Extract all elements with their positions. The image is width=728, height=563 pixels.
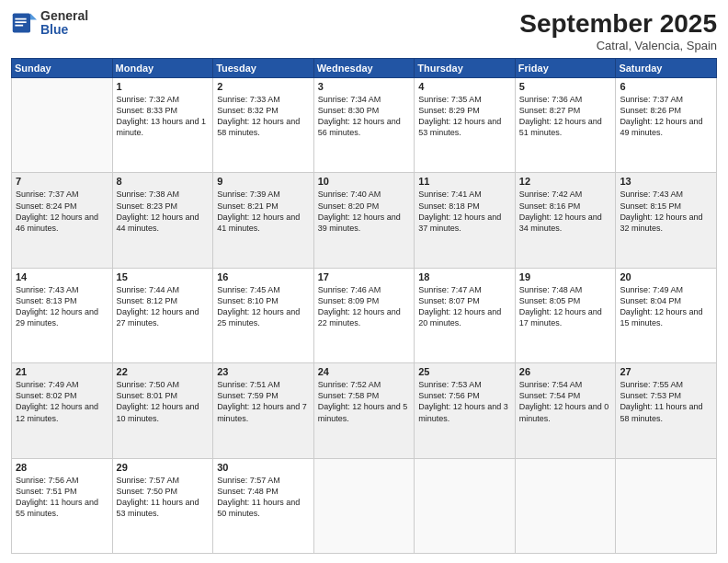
calendar-cell: 10Sunrise: 7:40 AMSunset: 8:20 PMDayligh… bbox=[313, 173, 415, 268]
calendar-cell: 20Sunrise: 7:49 AMSunset: 8:04 PMDayligh… bbox=[616, 268, 717, 362]
cell-info: Sunrise: 7:53 AMSunset: 7:56 PMDaylight:… bbox=[418, 379, 511, 424]
day-number: 12 bbox=[519, 176, 612, 187]
month-title: September 2025 bbox=[519, 9, 717, 39]
day-number: 29 bbox=[117, 462, 210, 473]
day-number: 25 bbox=[418, 366, 511, 377]
page: General Blue September 2025 Catral, Vale… bbox=[0, 0, 728, 563]
day-number: 21 bbox=[16, 366, 108, 377]
calendar-week-row: 21Sunrise: 7:49 AMSunset: 8:02 PMDayligh… bbox=[12, 363, 717, 458]
calendar-week-row: 1Sunrise: 7:32 AMSunset: 8:33 PMDaylight… bbox=[12, 78, 717, 173]
calendar-week-row: 28Sunrise: 7:56 AMSunset: 7:51 PMDayligh… bbox=[12, 458, 717, 553]
cell-info: Sunrise: 7:43 AMSunset: 8:15 PMDaylight:… bbox=[620, 189, 712, 234]
calendar-cell: 17Sunrise: 7:46 AMSunset: 8:09 PMDayligh… bbox=[313, 268, 415, 362]
logo-line1: General bbox=[40, 9, 88, 23]
day-number: 2 bbox=[217, 81, 310, 92]
day-number: 5 bbox=[519, 81, 612, 92]
calendar-cell: 6Sunrise: 7:37 AMSunset: 8:26 PMDaylight… bbox=[616, 78, 717, 173]
day-number: 15 bbox=[117, 271, 210, 282]
day-number: 3 bbox=[318, 81, 411, 92]
logo-icon bbox=[11, 10, 37, 36]
day-number: 22 bbox=[117, 366, 210, 377]
svg-rect-3 bbox=[15, 22, 26, 24]
calendar-cell: 2Sunrise: 7:33 AMSunset: 8:32 PMDaylight… bbox=[213, 78, 314, 173]
day-number: 18 bbox=[418, 271, 511, 282]
day-number: 6 bbox=[620, 81, 712, 92]
cell-info: Sunrise: 7:52 AMSunset: 7:58 PMDaylight:… bbox=[318, 379, 411, 424]
cell-info: Sunrise: 7:37 AMSunset: 8:24 PMDaylight:… bbox=[16, 189, 108, 234]
cell-info: Sunrise: 7:35 AMSunset: 8:29 PMDaylight:… bbox=[418, 94, 511, 139]
calendar-cell: 4Sunrise: 7:35 AMSunset: 8:29 PMDaylight… bbox=[415, 78, 516, 173]
calendar-cell: 7Sunrise: 7:37 AMSunset: 8:24 PMDaylight… bbox=[12, 173, 113, 268]
cell-info: Sunrise: 7:32 AMSunset: 8:33 PMDaylight:… bbox=[117, 94, 210, 139]
day-number: 17 bbox=[318, 271, 411, 282]
day-number: 19 bbox=[519, 271, 612, 282]
col-header-saturday: Saturday bbox=[616, 59, 717, 78]
header: General Blue September 2025 Catral, Vale… bbox=[11, 9, 717, 52]
col-header-tuesday: Tuesday bbox=[213, 59, 314, 78]
day-number: 4 bbox=[418, 81, 511, 92]
calendar-cell: 5Sunrise: 7:36 AMSunset: 8:27 PMDaylight… bbox=[515, 78, 616, 173]
calendar-cell: 1Sunrise: 7:32 AMSunset: 8:33 PMDaylight… bbox=[112, 78, 213, 173]
day-number: 20 bbox=[620, 271, 712, 282]
calendar-cell: 23Sunrise: 7:51 AMSunset: 7:59 PMDayligh… bbox=[213, 363, 314, 458]
calendar-cell bbox=[313, 458, 415, 553]
logo: General Blue bbox=[11, 9, 88, 38]
cell-info: Sunrise: 7:51 AMSunset: 7:59 PMDaylight:… bbox=[217, 379, 310, 424]
calendar-cell bbox=[616, 458, 717, 553]
calendar-cell bbox=[12, 78, 113, 173]
calendar-table: SundayMondayTuesdayWednesdayThursdayFrid… bbox=[11, 58, 717, 554]
col-header-sunday: Sunday bbox=[12, 59, 113, 78]
cell-info: Sunrise: 7:57 AMSunset: 7:50 PMDaylight:… bbox=[117, 475, 210, 520]
day-number: 24 bbox=[318, 366, 411, 377]
day-number: 11 bbox=[418, 176, 511, 187]
day-number: 14 bbox=[16, 271, 108, 282]
calendar-header-row: SundayMondayTuesdayWednesdayThursdayFrid… bbox=[12, 59, 717, 78]
cell-info: Sunrise: 7:46 AMSunset: 8:09 PMDaylight:… bbox=[318, 284, 411, 329]
calendar-week-row: 14Sunrise: 7:43 AMSunset: 8:13 PMDayligh… bbox=[12, 268, 717, 362]
cell-info: Sunrise: 7:48 AMSunset: 8:05 PMDaylight:… bbox=[519, 284, 612, 329]
cell-info: Sunrise: 7:43 AMSunset: 8:13 PMDaylight:… bbox=[16, 284, 108, 329]
day-number: 23 bbox=[217, 366, 310, 377]
logo-text: General Blue bbox=[40, 9, 88, 38]
day-number: 26 bbox=[519, 366, 612, 377]
svg-rect-2 bbox=[15, 18, 26, 20]
col-header-thursday: Thursday bbox=[415, 59, 516, 78]
calendar-cell: 8Sunrise: 7:38 AMSunset: 8:23 PMDaylight… bbox=[112, 173, 213, 268]
cell-info: Sunrise: 7:45 AMSunset: 8:10 PMDaylight:… bbox=[217, 284, 310, 329]
calendar-cell bbox=[415, 458, 516, 553]
cell-info: Sunrise: 7:56 AMSunset: 7:51 PMDaylight:… bbox=[16, 475, 108, 520]
calendar-cell: 14Sunrise: 7:43 AMSunset: 8:13 PMDayligh… bbox=[12, 268, 113, 362]
day-number: 16 bbox=[217, 271, 310, 282]
day-number: 8 bbox=[117, 176, 210, 187]
day-number: 28 bbox=[16, 462, 108, 473]
calendar-cell: 18Sunrise: 7:47 AMSunset: 8:07 PMDayligh… bbox=[415, 268, 516, 362]
calendar-cell: 25Sunrise: 7:53 AMSunset: 7:56 PMDayligh… bbox=[415, 363, 516, 458]
day-number: 10 bbox=[318, 176, 411, 187]
cell-info: Sunrise: 7:41 AMSunset: 8:18 PMDaylight:… bbox=[418, 189, 511, 234]
calendar-cell: 15Sunrise: 7:44 AMSunset: 8:12 PMDayligh… bbox=[112, 268, 213, 362]
cell-info: Sunrise: 7:38 AMSunset: 8:23 PMDaylight:… bbox=[117, 189, 210, 234]
cell-info: Sunrise: 7:34 AMSunset: 8:30 PMDaylight:… bbox=[318, 94, 411, 139]
calendar-cell: 16Sunrise: 7:45 AMSunset: 8:10 PMDayligh… bbox=[213, 268, 314, 362]
svg-marker-1 bbox=[30, 14, 37, 20]
calendar-cell: 28Sunrise: 7:56 AMSunset: 7:51 PMDayligh… bbox=[12, 458, 113, 553]
calendar-cell: 24Sunrise: 7:52 AMSunset: 7:58 PMDayligh… bbox=[313, 363, 415, 458]
day-number: 27 bbox=[620, 366, 712, 377]
cell-info: Sunrise: 7:39 AMSunset: 8:21 PMDaylight:… bbox=[217, 189, 310, 234]
cell-info: Sunrise: 7:37 AMSunset: 8:26 PMDaylight:… bbox=[620, 94, 712, 139]
logo-line2: Blue bbox=[40, 23, 88, 37]
calendar-cell: 12Sunrise: 7:42 AMSunset: 8:16 PMDayligh… bbox=[515, 173, 616, 268]
cell-info: Sunrise: 7:33 AMSunset: 8:32 PMDaylight:… bbox=[217, 94, 310, 139]
calendar-cell: 19Sunrise: 7:48 AMSunset: 8:05 PMDayligh… bbox=[515, 268, 616, 362]
day-number: 7 bbox=[16, 176, 108, 187]
calendar-cell: 13Sunrise: 7:43 AMSunset: 8:15 PMDayligh… bbox=[616, 173, 717, 268]
calendar-cell bbox=[515, 458, 616, 553]
cell-info: Sunrise: 7:36 AMSunset: 8:27 PMDaylight:… bbox=[519, 94, 612, 139]
calendar-cell: 11Sunrise: 7:41 AMSunset: 8:18 PMDayligh… bbox=[415, 173, 516, 268]
day-number: 30 bbox=[217, 462, 310, 473]
cell-info: Sunrise: 7:55 AMSunset: 7:53 PMDaylight:… bbox=[620, 379, 712, 424]
calendar-cell: 9Sunrise: 7:39 AMSunset: 8:21 PMDaylight… bbox=[213, 173, 314, 268]
day-number: 9 bbox=[217, 176, 310, 187]
calendar-cell: 27Sunrise: 7:55 AMSunset: 7:53 PMDayligh… bbox=[616, 363, 717, 458]
cell-info: Sunrise: 7:42 AMSunset: 8:16 PMDaylight:… bbox=[519, 189, 612, 234]
